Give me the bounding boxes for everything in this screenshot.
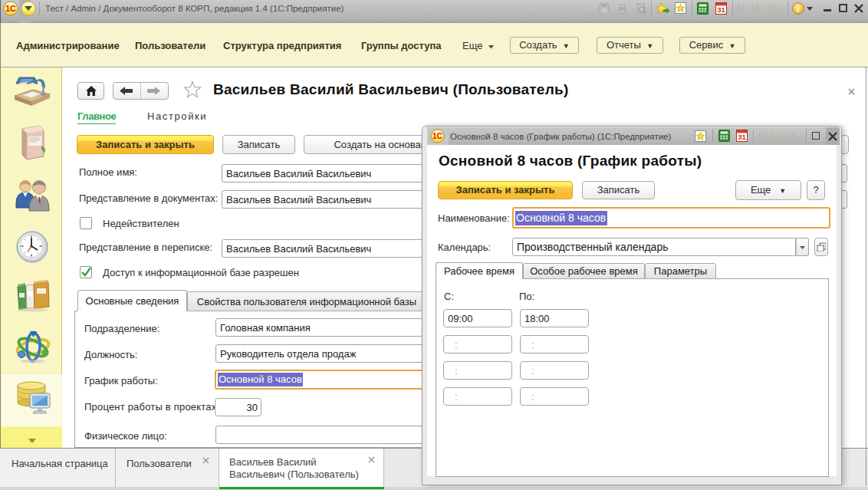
svg-text:1С: 1С [432, 131, 443, 140]
svg-text:1С: 1С [5, 4, 16, 13]
svg-text:31: 31 [717, 5, 725, 14]
svg-text:31: 31 [738, 133, 746, 141]
